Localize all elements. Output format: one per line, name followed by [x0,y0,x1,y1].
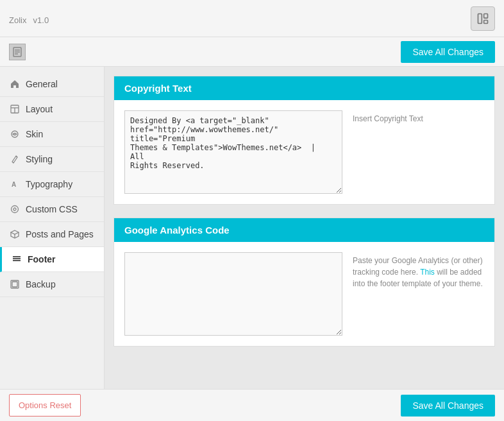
layout-icon [9,103,21,115]
svg-line-11 [16,156,17,157]
copyright-section: Copyright Text Designed By <a target="_b… [113,76,495,205]
sidebar-item-label: Footer [28,254,56,264]
sidebar-item-typography[interactable]: A Typography [0,172,104,197]
sidebar-item-label: Backup [26,279,56,289]
footer-icon [11,253,22,265]
copyright-header: Copyright Text [114,76,494,100]
save-top-button[interactable]: Save All Changes [401,41,495,63]
svg-text:A: A [12,181,16,188]
svg-rect-0 [478,13,482,23]
page-icon [9,44,26,60]
svg-rect-18 [13,260,21,261]
home-icon [9,78,21,90]
sidebar-item-label: General [26,79,58,89]
sidebar-item-label: Styling [26,154,53,164]
analytics-section: Google Analytics Code Paste your Google … [113,218,495,347]
svg-rect-16 [13,256,21,257]
svg-rect-1 [484,13,488,18]
backup-icon [9,279,21,290]
sidebar-item-label: Layout [26,104,53,114]
analytics-body: Paste your Google Analytics (or other) t… [114,242,494,346]
sidebar-item-general[interactable]: General [0,72,104,97]
css-icon [9,203,21,215]
app-title: Zolix v1.0 [9,10,49,27]
copyright-hint: Insert Copyright Text [353,110,484,194]
sidebar-item-layout[interactable]: Layout [0,97,104,122]
sidebar-item-custom-css[interactable]: Custom CSS [0,197,104,222]
svg-rect-2 [484,20,488,23]
copyright-textarea[interactable]: Designed By <a target="_blank" href="htt… [124,110,342,194]
sidebar-item-posts-pages[interactable]: Posts and Pages [0,222,104,247]
sidebar-item-backup[interactable]: Backup [0,272,104,297]
sidebar: General Layout Skin Styling A Typography [0,67,105,389]
analytics-header: Google Analytics Code [114,218,494,242]
typography-icon: A [9,178,21,190]
settings-icon-button[interactable] [471,6,495,31]
bottom-bar: Options Reset Save All Changes [0,389,504,421]
sidebar-item-styling[interactable]: Styling [0,147,104,172]
top-bar: Zolix v1.0 [0,0,504,37]
svg-rect-20 [12,282,17,287]
sidebar-item-label: Typography [26,179,72,189]
svg-rect-17 [13,258,21,259]
main-layout: General Layout Skin Styling A Typography [0,67,504,389]
sub-toolbar: Save All Changes [0,37,504,67]
app-name: Zolix [9,15,26,25]
skin-icon [9,128,21,140]
posts-icon [9,228,21,240]
app-version: v1.0 [33,15,49,25]
save-bottom-button[interactable]: Save All Changes [401,395,495,417]
sidebar-item-label: Custom CSS [26,204,78,214]
sidebar-item-label: Skin [26,129,43,139]
sidebar-item-label: Posts and Pages [26,229,94,239]
sidebar-item-footer[interactable]: Footer [0,247,104,272]
styling-icon [9,153,21,165]
content-area: Copyright Text Designed By <a target="_b… [105,67,504,389]
sidebar-item-skin[interactable]: Skin [0,122,104,147]
analytics-textarea[interactable] [124,252,342,336]
svg-point-14 [13,208,16,210]
svg-point-13 [12,206,19,213]
copyright-body: Designed By <a target="_blank" href="htt… [114,100,494,204]
analytics-hint: Paste your Google Analytics (or other) t… [353,252,484,336]
reset-button[interactable]: Options Reset [9,394,81,417]
